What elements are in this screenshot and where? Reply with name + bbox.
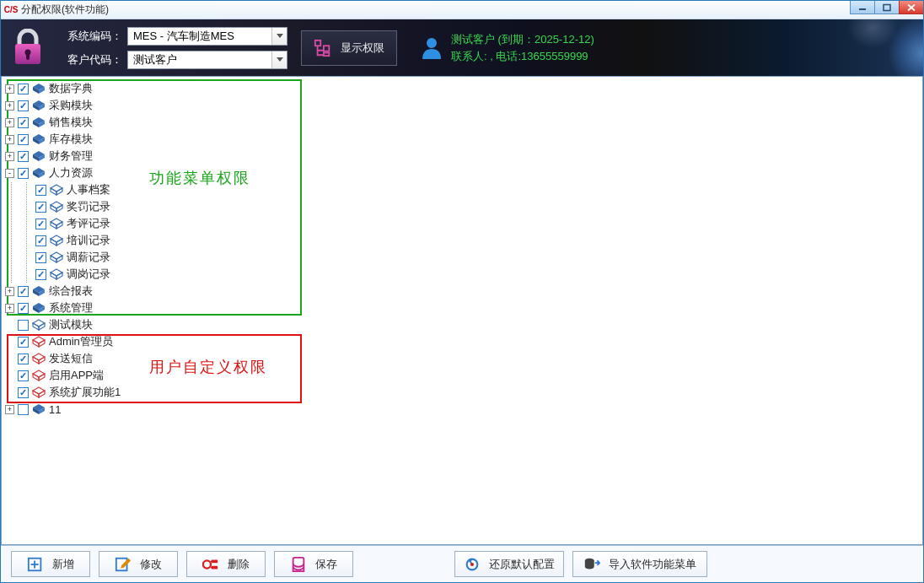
- tree-item-ext1[interactable]: 系统扩展功能1: [3, 384, 921, 401]
- cube-outline-icon: [50, 218, 63, 229]
- customer-code-value: 测试客户: [133, 52, 177, 67]
- tree-item-inventory[interactable]: + 库存模块: [3, 131, 921, 148]
- svg-rect-10: [884, 4, 890, 10]
- permission-tree[interactable]: + 数据字典 + 采购模块 + 销售模块 + 库存模块 + 财务管理: [2, 77, 922, 421]
- expander-icon[interactable]: +: [5, 287, 14, 296]
- cube-outline-icon: [50, 201, 63, 213]
- checkbox[interactable]: [18, 134, 29, 145]
- system-code-select[interactable]: MES - 汽车制造MES: [127, 27, 287, 46]
- checkbox[interactable]: [18, 117, 29, 128]
- tree-item-sms[interactable]: 发送短信: [3, 350, 921, 367]
- tree-item-hr-personnel[interactable]: 人事档案: [3, 181, 921, 198]
- chevron-down-icon[interactable]: [271, 51, 287, 68]
- checkbox[interactable]: [35, 185, 46, 196]
- tree-item-system[interactable]: + 系统管理: [3, 300, 921, 316]
- checkbox[interactable]: [18, 370, 29, 381]
- tree-label: 奖罚记录: [65, 199, 110, 214]
- cube-outline-red-icon: [32, 336, 46, 348]
- tree-item-11[interactable]: + 11: [3, 401, 921, 418]
- tree-item-hr-review[interactable]: 考评记录: [3, 215, 921, 232]
- tree-item-app[interactable]: 启用APP端: [3, 367, 921, 384]
- tree-item-hr-reward[interactable]: 奖罚记录: [3, 198, 921, 215]
- tree-label: 库存模块: [47, 132, 93, 147]
- expander-icon[interactable]: +: [5, 101, 14, 111]
- svg-point-30: [470, 563, 474, 566]
- window-title: 分配权限(软件功能): [21, 3, 109, 17]
- expander-icon[interactable]: -: [5, 169, 14, 178]
- tree-label: 人力资源: [47, 165, 93, 181]
- checkbox[interactable]: [18, 387, 29, 398]
- tree-item-procurement[interactable]: + 采购模块: [3, 97, 921, 114]
- expander-icon[interactable]: +: [5, 304, 14, 313]
- svg-rect-17: [324, 46, 329, 51]
- tree-item-hr-salary[interactable]: 调薪记录: [3, 249, 921, 266]
- tree-item-admin[interactable]: Admin管理员: [3, 333, 921, 350]
- checkbox[interactable]: [35, 219, 46, 229]
- checkbox[interactable]: [35, 235, 46, 246]
- globe-decoration: [847, 19, 923, 76]
- chevron-down-icon[interactable]: [271, 28, 287, 45]
- cube-icon: [32, 100, 46, 111]
- tree-label: 考评记录: [65, 216, 110, 231]
- expander-icon[interactable]: +: [5, 84, 14, 94]
- tree-label: 综合报表: [47, 283, 93, 299]
- restore-default-button[interactable]: 还原默认配置: [454, 551, 564, 577]
- main-area: 功能菜单权限 用户自定义权限 + 数据字典 + 采购模块 + 销售模块 + 库存…: [1, 76, 923, 545]
- svg-rect-16: [315, 40, 320, 45]
- checkbox[interactable]: [35, 202, 46, 213]
- delete-button[interactable]: 删除: [186, 551, 266, 577]
- checkbox[interactable]: [18, 286, 29, 297]
- tree-label: 发送短信: [47, 351, 93, 366]
- customer-code-select[interactable]: 测试客户: [127, 51, 287, 69]
- checkbox[interactable]: [18, 337, 29, 348]
- checkbox[interactable]: [18, 168, 29, 179]
- tree-label: 销售模块: [47, 115, 93, 130]
- label-system-code: 系统编码：: [65, 29, 122, 44]
- tree-label: 调岗记录: [65, 267, 110, 282]
- expander-icon[interactable]: +: [5, 152, 14, 161]
- import-menu-button[interactable]: 导入软件功能菜单: [572, 551, 707, 577]
- cube-icon: [32, 285, 46, 297]
- new-button[interactable]: 新增: [11, 551, 90, 577]
- tree-item-hr-training[interactable]: 培训记录: [3, 232, 921, 249]
- minimize-button[interactable]: [850, 0, 875, 14]
- cube-outline-icon: [50, 184, 63, 196]
- tree-label: 11: [47, 403, 61, 416]
- tree-item-finance[interactable]: + 财务管理: [3, 148, 921, 165]
- svg-point-24: [203, 560, 211, 568]
- tree-item-data-dict[interactable]: + 数据字典: [3, 80, 921, 97]
- svg-rect-26: [212, 565, 218, 569]
- user-icon: [421, 35, 443, 61]
- checkbox[interactable]: [18, 303, 29, 314]
- tree-item-hr-transfer[interactable]: 调岗记录: [3, 266, 921, 283]
- checkbox[interactable]: [35, 269, 46, 280]
- import-label: 导入软件功能菜单: [609, 557, 696, 572]
- tree-item-hr[interactable]: - 人力资源: [3, 165, 921, 181]
- checkbox[interactable]: [18, 404, 29, 415]
- show-permission-button[interactable]: 显示权限: [301, 30, 397, 66]
- cube-outline-icon: [32, 319, 46, 331]
- expander-icon[interactable]: +: [5, 405, 14, 414]
- maximize-button[interactable]: [874, 0, 900, 14]
- expander-icon[interactable]: +: [5, 118, 14, 127]
- checkbox[interactable]: [18, 100, 29, 111]
- show-permission-label: 显示权限: [341, 40, 384, 56]
- header-form: 系统编码： MES - 汽车制造MES 客户代码： 测试客户: [65, 22, 287, 74]
- checkbox[interactable]: [18, 151, 29, 162]
- edit-button[interactable]: 修改: [99, 551, 178, 577]
- save-button[interactable]: 保存: [274, 551, 353, 577]
- customer-info: 测试客户 (到期：2025-12-12) 联系人: , 电话:136555599…: [421, 31, 594, 64]
- checkbox[interactable]: [18, 84, 29, 94]
- checkbox[interactable]: [18, 354, 29, 364]
- tree-label: 系统扩展功能1: [47, 385, 121, 400]
- checkbox[interactable]: [18, 320, 29, 331]
- tree-item-test-module[interactable]: 测试模块: [3, 316, 921, 333]
- checkbox[interactable]: [35, 252, 46, 263]
- tree-item-reports[interactable]: + 综合报表: [3, 283, 921, 300]
- cube-icon: [32, 150, 46, 162]
- expander-icon[interactable]: +: [5, 135, 14, 144]
- tree-item-sales[interactable]: + 销售模块: [3, 114, 921, 131]
- header-bar: 系统编码： MES - 汽车制造MES 客户代码： 测试客户 显示权限: [1, 19, 923, 76]
- edit-label: 修改: [140, 557, 162, 572]
- close-button[interactable]: [899, 0, 924, 14]
